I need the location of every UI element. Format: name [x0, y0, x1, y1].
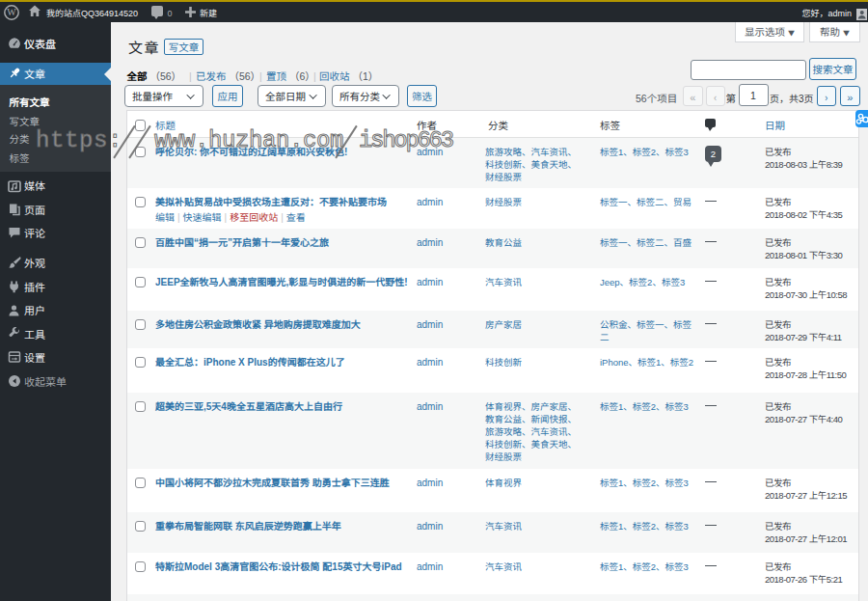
svg-text:W: W	[7, 7, 16, 17]
